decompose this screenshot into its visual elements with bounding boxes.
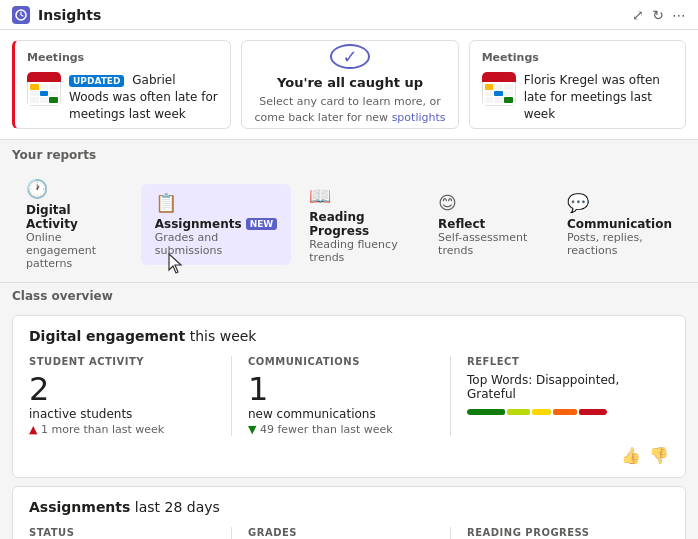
reflect-label: Reflect: [438, 217, 485, 231]
reflect-sub: Self-assessment trends: [438, 231, 535, 257]
scrollable-area: Digital engagement this week STUDENT ACT…: [0, 315, 698, 539]
assignments-grades-section: GRADES 81 average grade: [231, 527, 450, 539]
spotlights-container: Meetings: [0, 30, 698, 140]
spotlights-link[interactable]: spotlights: [392, 111, 446, 124]
communications-change: ▼ 49 fewer than last week: [248, 423, 434, 436]
reports-section: Your reports 🕐 Digital Activity Online e…: [0, 140, 698, 283]
spotlight-card-floris[interactable]: Meetings: [469, 40, 686, 129]
app-icon: [12, 6, 30, 24]
student-activity-number: 2: [29, 373, 215, 405]
card-text-floris: Floris Kregel was often late for meeting…: [524, 72, 673, 122]
reports-section-label: Your reports: [12, 148, 686, 162]
meeting-calendar-icon-1: [27, 72, 61, 106]
middle-area: Your reports 🕐 Digital Activity Online e…: [0, 140, 698, 315]
reflect-words: Top Words: Disappointed, Grateful: [467, 373, 653, 401]
communications-section: COMMUNICATIONS 1 new communications ▼ 49…: [231, 356, 450, 436]
student-activity-change: ▲ 1 more than last week: [29, 423, 215, 436]
assignments-grades-category: GRADES: [248, 527, 434, 538]
communication-label: Communication: [567, 217, 672, 231]
student-activity-category: STUDENT ACTIVITY: [29, 356, 215, 367]
communication-icon: 💬: [567, 192, 589, 213]
digital-activity-sub: Online engagement patterns: [26, 231, 123, 270]
communications-number: 1: [248, 373, 434, 405]
sentiment-bar: [467, 409, 607, 415]
sentiment-segment-4: [553, 409, 577, 415]
assignments-icon: 📋: [155, 192, 177, 213]
assignments-sub: Grades and submissions: [155, 231, 278, 257]
page-title: Insights: [38, 7, 101, 23]
caught-up-title: You're all caught up: [277, 75, 423, 90]
communications-label: new communications: [248, 407, 434, 421]
assignments-card: Assignments last 28 days STATUS 5 missed…: [12, 486, 686, 539]
assignments-label: Assignments NEW: [155, 217, 278, 231]
reading-progress-sub: Reading fluency trends: [309, 238, 406, 264]
tab-communication[interactable]: 💬 Communication Posts, replies, reaction…: [553, 184, 686, 265]
card-label-meetings-2: Meetings: [482, 51, 673, 64]
digital-engagement-card: Digital engagement this week STUDENT ACT…: [12, 315, 686, 478]
spotlight-card-caught-up[interactable]: ✓ You're all caught up Select any card t…: [241, 40, 458, 129]
reflect-category: REFLECT: [467, 356, 653, 367]
assignments-card-title: Assignments last 28 days: [29, 499, 669, 515]
assignments-metrics-row: STATUS 5 missed submissions ▲ 4 more tha…: [29, 527, 669, 539]
more-icon[interactable]: ⋯: [672, 7, 686, 23]
communications-category: COMMUNICATIONS: [248, 356, 434, 367]
tab-reading-progress[interactable]: 📖 Reading Progress Reading fluency trend…: [295, 177, 420, 272]
class-overview-label-area: Class overview: [0, 283, 698, 303]
reflect-section: REFLECT Top Words: Disappointed, Gratefu…: [450, 356, 669, 436]
refresh-icon[interactable]: ↻: [652, 7, 664, 23]
communication-sub: Posts, replies, reactions: [567, 231, 672, 257]
card-text-gabriel: UPDATED Gabriel Woods was often late for…: [69, 72, 218, 122]
student-activity-section: STUDENT ACTIVITY 2 inactive students ▲ 1…: [29, 356, 231, 436]
expand-icon[interactable]: ⤢: [632, 7, 644, 23]
sentiment-segment-3: [532, 409, 551, 415]
digital-activity-label: Digital Activity: [26, 203, 123, 231]
thumbs-up-icon[interactable]: 👍: [621, 446, 641, 465]
reflect-icon: 😊: [438, 192, 457, 213]
reading-progress-icon: 📖: [309, 185, 331, 206]
student-activity-label: inactive students: [29, 407, 215, 421]
tab-assignments[interactable]: 📋 Assignments NEW Grades and submissions: [141, 184, 292, 265]
card-label-meetings-1: Meetings: [27, 51, 218, 64]
title-actions: ⤢ ↻ ⋯: [632, 7, 686, 23]
assignments-status-category: STATUS: [29, 527, 215, 538]
communications-arrow: ▼: [248, 423, 256, 436]
tab-reflect[interactable]: 😊 Reflect Self-assessment trends: [424, 184, 549, 265]
caught-up-subtitle: Select any card to learn more, or come b…: [254, 94, 445, 125]
spotlight-card-gabriel[interactable]: Meetings: [12, 40, 231, 129]
tab-digital-activity[interactable]: 🕐 Digital Activity Online engagement pat…: [12, 170, 137, 278]
assignments-reading-section: READING PROGRESS 83 average accuracy rat…: [450, 527, 669, 539]
title-bar: Insights ⤢ ↻ ⋯: [0, 0, 698, 30]
digital-activity-icon: 🕐: [26, 178, 48, 199]
student-activity-arrow: ▲: [29, 423, 37, 436]
spotlights-area: Meetings: [0, 30, 698, 140]
engagement-metrics-row: STUDENT ACTIVITY 2 inactive students ▲ 1…: [29, 356, 669, 436]
caught-up-circle-icon: ✓: [330, 44, 370, 69]
badge-new: NEW: [246, 218, 278, 230]
sentiment-segment-5: [579, 409, 607, 415]
sentiment-segment-1: [467, 409, 505, 415]
engagement-card-title: Digital engagement this week: [29, 328, 669, 344]
assignments-reading-category: READING PROGRESS: [467, 527, 653, 538]
assignments-status-section: STATUS 5 missed submissions ▲ 4 more tha…: [29, 527, 231, 539]
meeting-calendar-icon-2: [482, 72, 516, 106]
reading-progress-label: Reading Progress: [309, 210, 406, 238]
class-overview-label: Class overview: [12, 289, 686, 303]
badge-updated: UPDATED: [69, 75, 124, 87]
engagement-card-footer: 👍 👎: [29, 446, 669, 465]
thumbs-down-icon[interactable]: 👎: [649, 446, 669, 465]
sentiment-segment-2: [507, 409, 531, 415]
reports-tabs: 🕐 Digital Activity Online engagement pat…: [12, 170, 686, 278]
